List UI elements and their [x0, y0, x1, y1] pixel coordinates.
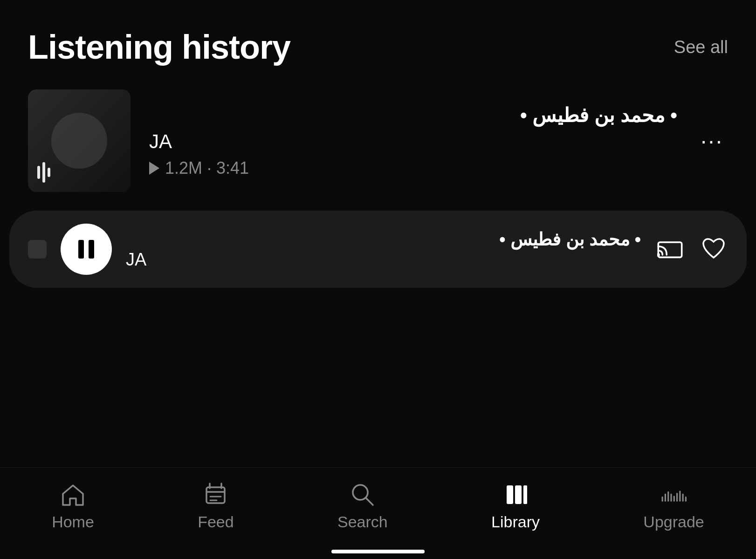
partial-album-art: [28, 240, 47, 259]
bottom-nav: Home Feed: [0, 467, 756, 559]
heart-icon: [701, 237, 726, 261]
feed-label: Feed: [198, 513, 234, 531]
nav-item-feed[interactable]: Feed: [188, 477, 243, 536]
svg-rect-21: [685, 497, 687, 502]
pause-button[interactable]: [61, 224, 112, 275]
svg-rect-12: [523, 485, 527, 504]
svg-rect-10: [507, 485, 513, 504]
nav-item-upgrade[interactable]: Upgrade: [634, 477, 713, 536]
now-playing-artist: • محمد بن فطيس •: [126, 229, 641, 250]
svg-rect-17: [674, 496, 675, 502]
track-thumbnail: [28, 89, 131, 192]
svg-rect-13: [662, 497, 663, 502]
svg-rect-20: [682, 494, 684, 502]
search-label: Search: [337, 513, 388, 531]
now-playing-bar: • محمد بن فطيس • JA: [9, 211, 747, 288]
svg-rect-15: [667, 491, 669, 502]
svg-rect-18: [676, 493, 678, 502]
home-icon: [59, 482, 87, 507]
nav-item-library[interactable]: Library: [482, 477, 549, 536]
see-all-button[interactable]: See all: [674, 37, 728, 57]
bird-silhouette-decoration: [51, 113, 107, 169]
home-indicator: [331, 550, 425, 553]
svg-rect-16: [670, 494, 672, 502]
waveform-bar-2: [42, 162, 45, 183]
pause-bar-right: [89, 240, 94, 259]
home-label: Home: [52, 513, 94, 531]
svg-point-1: [657, 253, 660, 256]
library-label: Library: [491, 513, 540, 531]
svg-rect-11: [515, 485, 522, 504]
upgrade-icon: [660, 482, 688, 507]
nav-item-home[interactable]: Home: [42, 477, 103, 536]
nav-item-search[interactable]: Search: [328, 477, 397, 536]
page-title: Listening history: [28, 28, 290, 66]
thumbnail-bg: [28, 89, 131, 192]
track-artist: • محمد بن فطيس •: [149, 104, 677, 127]
waveform-bar-3: [48, 168, 50, 177]
library-icon: [502, 482, 529, 507]
cast-icon: [657, 238, 683, 259]
now-playing-controls: [655, 234, 728, 265]
play-icon: [149, 162, 159, 175]
waveform-decoration: [37, 162, 50, 183]
track-info: • محمد بن فطيس • JA 1.2M · 3:41: [149, 104, 677, 178]
track-item: • محمد بن فطيس • JA 1.2M · 3:41 ···: [28, 89, 728, 192]
cast-button[interactable]: [655, 236, 685, 263]
svg-rect-19: [679, 491, 680, 502]
track-meta: 1.2M · 3:41: [149, 158, 677, 178]
main-content: Listening history See all • محمد بن فطيس…: [0, 0, 756, 192]
waveform-bar-1: [37, 166, 40, 179]
track-name: JA: [149, 130, 677, 153]
svg-line-9: [366, 498, 373, 505]
pause-icon: [78, 240, 94, 259]
more-options-button[interactable]: ···: [696, 123, 728, 158]
now-playing-info: • محمد بن فطيس • JA: [126, 229, 641, 270]
track-meta-text: 1.2M · 3:41: [165, 158, 249, 178]
heart-button[interactable]: [699, 234, 728, 265]
svg-rect-14: [665, 494, 666, 502]
header: Listening history See all: [28, 28, 728, 66]
nav-items: Home Feed: [0, 477, 756, 536]
pause-bar-left: [78, 240, 84, 259]
search-icon: [349, 482, 377, 507]
upgrade-label: Upgrade: [643, 513, 704, 531]
now-playing-track: JA: [126, 250, 641, 270]
feed-icon: [202, 482, 230, 507]
